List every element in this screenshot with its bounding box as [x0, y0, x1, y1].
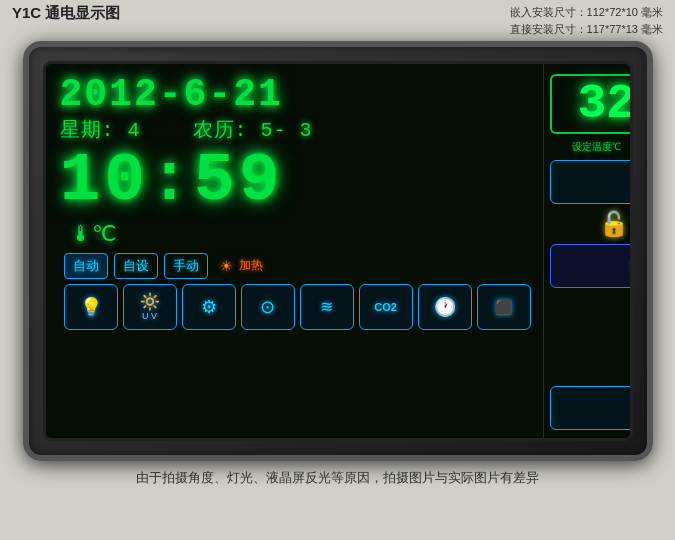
heating-label: 加热: [239, 257, 263, 274]
temp-labels: 设定温度℃ 实际温度℃: [550, 140, 633, 154]
page-title: Y1C 通电显示图: [12, 4, 120, 37]
device-frame: 2012-6-21 星期: 4 农历: 5- 3 10:59 🌡℃ 自动 自设 …: [23, 41, 653, 461]
set-button[interactable]: Set: [550, 244, 633, 288]
temp-box: 32 28: [550, 74, 633, 134]
down-arrow-button[interactable]: ⬇: [550, 386, 633, 430]
lock-fish-row: 🔓 🐟🐟: [550, 210, 633, 238]
date-display: 2012-6-21: [60, 74, 535, 116]
left-panel: 2012-6-21 星期: 4 农历: 5- 3 10:59 🌡℃ 自动 自设 …: [46, 64, 543, 438]
mode-auto-button[interactable]: 自动: [64, 253, 108, 279]
temp-unit-icon: 🌡℃: [70, 221, 117, 247]
right-panel: 32 28 设定温度℃ 实际温度℃ ⬆ 🔓 🐟🐟 Set ⬇: [543, 64, 633, 438]
timer-button[interactable]: 🕐: [418, 284, 472, 330]
mode-row: 自动 自设 手动 ☀ 加热: [60, 253, 535, 279]
mode-manual-button[interactable]: 手动: [164, 253, 208, 279]
pump-button[interactable]: ⬛: [477, 284, 531, 330]
lcd-screen: 2012-6-21 星期: 4 农历: 5- 3 10:59 🌡℃ 自动 自设 …: [43, 61, 633, 441]
icon-row: 💡 🔆 U V ⚙ ⊙ ≋ CO2 🕐 ⬛: [60, 279, 535, 335]
lunar-display: 星期: 4 农历: 5- 3: [60, 116, 535, 143]
light-bulb-button[interactable]: 💡: [64, 284, 118, 330]
sun-heat-icon: ☀: [220, 258, 233, 274]
wave-button[interactable]: ≋: [300, 284, 354, 330]
up-arrow-button[interactable]: ⬆: [550, 160, 633, 204]
lock-icon: 🔓: [599, 210, 629, 238]
feed-button[interactable]: ⊙: [241, 284, 295, 330]
time-display: 10:59: [60, 147, 535, 215]
co2-button[interactable]: CO2: [359, 284, 413, 330]
set-temp-display: 32: [577, 80, 632, 128]
top-info-bar: Y1C 通电显示图 嵌入安装尺寸：112*72*10 毫米 直接安装尺寸：117…: [0, 0, 675, 39]
specs-text: 嵌入安装尺寸：112*72*10 毫米 直接安装尺寸：117*77*13 毫米: [510, 4, 663, 37]
uv-button[interactable]: 🔆 U V: [123, 284, 177, 330]
filter-button[interactable]: ⚙: [182, 284, 236, 330]
bottom-caption: 由于拍摄角度、灯光、液晶屏反光等原因，拍摄图片与实际图片有差异: [0, 469, 675, 487]
mode-custom-button[interactable]: 自设: [114, 253, 158, 279]
